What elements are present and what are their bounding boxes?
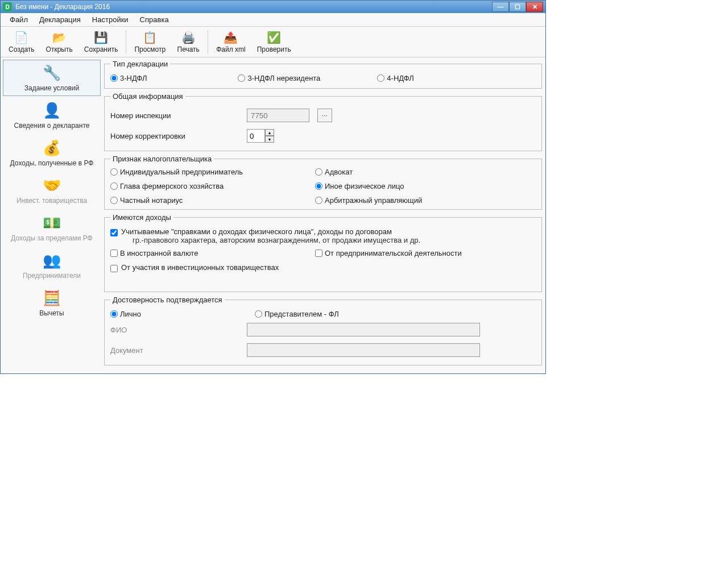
menu-help[interactable]: Справка: [135, 14, 173, 25]
sidebar-label: Доходы за пределами РФ: [11, 234, 92, 242]
invest-icon: 🤝: [43, 176, 61, 194]
radio-ip[interactable]: Индивидуальный предприниматель: [110, 168, 315, 176]
radio-other-person[interactable]: Иное физическое лицо: [315, 182, 536, 190]
fio-label: ФИО: [110, 326, 247, 334]
sidebar-label: Предприниматели: [23, 272, 81, 280]
decl-type-legend: Тип декларации: [110, 60, 170, 68]
moneybag-icon: 💵: [43, 214, 61, 232]
entrepreneur-icon: 👥: [43, 251, 61, 269]
correction-input[interactable]: [247, 129, 265, 143]
conditions-icon: 🔧: [43, 64, 61, 82]
income-types-group: Имеются доходы Учитываемые "справками о …: [104, 213, 542, 292]
toolbar-separator: [126, 31, 126, 53]
open-button[interactable]: 📂 Открыть: [40, 30, 78, 55]
chk-spravki[interactable]: [110, 229, 118, 236]
window-title: Без имени - Декларация 2016: [15, 3, 492, 11]
body-area: 🔧 Задание условий 👤 Сведения о декларант…: [1, 57, 545, 373]
correction-spinner: ▲ ▼: [247, 129, 274, 143]
menubar: Файл Декларация Настройки Справка: [1, 13, 545, 27]
sidebar-label: Доходы, полученные в РФ: [10, 159, 94, 167]
save-icon: 💾: [94, 31, 108, 44]
decl-type-group: Тип декларации 3-НДФЛ 3-НДФЛ нерезидента…: [104, 60, 542, 89]
spin-up-button[interactable]: ▲: [265, 129, 274, 136]
taxpayer-group: Признак налогоплательщика Индивидуальный…: [104, 155, 542, 210]
main-panel: Тип декларации 3-НДФЛ 3-НДФЛ нерезидента…: [103, 57, 545, 373]
radio-representative[interactable]: Представителем - ФЛ: [255, 310, 339, 318]
sidebar-item-deductions[interactable]: 🧮 Вычеты: [3, 285, 101, 321]
chk-entrepreneur[interactable]: От предпринимательской деятельности: [315, 249, 536, 257]
confirmation-group: Достоверность подтверждается Лично Предс…: [104, 296, 542, 365]
chk-spravki-label2: гр.-правового характера, авторским возна…: [121, 236, 536, 244]
sidebar-label: Задание условий: [24, 84, 79, 92]
menu-settings[interactable]: Настройки: [88, 14, 133, 25]
preview-label: Просмотр: [134, 45, 166, 53]
fio-input[interactable]: [247, 323, 480, 336]
xml-icon: 📤: [224, 31, 238, 44]
confirmation-legend: Достоверность подтверждается: [110, 296, 225, 304]
chk-foreign-currency[interactable]: В иностранной валюте: [110, 249, 315, 257]
window-controls: — ☐ ✕: [492, 2, 543, 12]
preview-icon: 📋: [143, 31, 157, 44]
check-icon: ✅: [267, 31, 281, 44]
general-legend: Общая информация: [110, 92, 185, 101]
radio-4ndfl[interactable]: 4-НДФЛ: [377, 74, 413, 82]
print-button[interactable]: 🖨️ Печать: [171, 30, 205, 55]
titlebar: D Без имени - Декларация 2016 — ☐ ✕: [1, 1, 545, 13]
radio-3ndfl[interactable]: 3-НДФЛ: [110, 74, 147, 82]
menu-file[interactable]: Файл: [5, 14, 32, 25]
radio-personally[interactable]: Лично: [110, 310, 141, 318]
minimize-button[interactable]: —: [492, 2, 509, 12]
menu-declaration[interactable]: Декларация: [35, 14, 85, 25]
sidebar-item-income-foreign[interactable]: 💵 Доходы за пределами РФ: [3, 210, 101, 246]
toolbar: 📄 Создать 📂 Открыть 💾 Сохранить 📋 Просмо…: [1, 27, 545, 57]
radio-farm[interactable]: Глава фермерского хозяйства: [110, 182, 315, 190]
chk-invest-part[interactable]: [110, 265, 118, 272]
create-button[interactable]: 📄 Создать: [3, 30, 40, 55]
deductions-icon: 🧮: [43, 289, 61, 307]
spin-down-button[interactable]: ▼: [265, 136, 274, 143]
open-label: Открыть: [46, 45, 73, 53]
close-button[interactable]: ✕: [526, 2, 543, 12]
radio-lawyer[interactable]: Адвокат: [315, 168, 536, 176]
sidebar-item-invest[interactable]: 🤝 Инвест. товарищества: [3, 172, 101, 209]
preview-button[interactable]: 📋 Просмотр: [129, 30, 171, 55]
sidebar-item-conditions[interactable]: 🔧 Задание условий: [3, 60, 101, 96]
chk-invest-label: От участия в инвестиционных товарищества…: [121, 263, 279, 272]
sidebar-item-income-rf[interactable]: 💰 Доходы, полученные в РФ: [3, 135, 101, 171]
sidebar-item-declarant[interactable]: 👤 Сведения о декларанте: [3, 97, 101, 134]
general-info-group: Общая информация Номер инспекции ⋯ Номер…: [104, 92, 542, 151]
chk-spravki-label: Учитываемые "справками о доходах физичес…: [121, 227, 536, 236]
person-icon: 👤: [43, 101, 61, 119]
inspection-label: Номер инспекции: [110, 111, 247, 120]
check-button[interactable]: ✅ Проверить: [251, 30, 297, 55]
new-file-icon: 📄: [15, 31, 28, 44]
document-input[interactable]: [247, 343, 480, 357]
open-folder-icon: 📂: [52, 31, 66, 44]
save-button[interactable]: 💾 Сохранить: [78, 30, 124, 55]
save-label: Сохранить: [84, 45, 118, 53]
radio-arbitration[interactable]: Арбитражный управляющий: [315, 196, 536, 205]
income-legend: Имеются доходы: [110, 213, 173, 222]
create-label: Создать: [9, 45, 35, 53]
filexml-button[interactable]: 📤 Файл xml: [210, 30, 251, 55]
sidebar-label: Инвест. товарищества: [16, 197, 87, 205]
sidebar: 🔧 Задание условий 👤 Сведения о декларант…: [1, 57, 103, 373]
inspection-browse-button[interactable]: ⋯: [317, 109, 332, 122]
maximize-button[interactable]: ☐: [509, 2, 526, 12]
radio-notary[interactable]: Частный нотариус: [110, 196, 315, 205]
print-label: Печать: [177, 45, 200, 53]
sidebar-label: Вычеты: [39, 309, 64, 317]
app-window: D Без имени - Декларация 2016 — ☐ ✕ Файл…: [0, 0, 546, 374]
taxpayer-legend: Признак налогоплательщика: [110, 155, 214, 163]
app-icon: D: [3, 2, 12, 11]
filexml-label: Файл xml: [216, 45, 246, 53]
radio-3ndfl-nonresident[interactable]: 3-НДФЛ нерезидента: [238, 74, 320, 82]
check-label: Проверить: [257, 45, 291, 53]
inspection-input[interactable]: [247, 109, 309, 122]
coins-icon: 💰: [43, 139, 61, 157]
print-icon: 🖨️: [181, 31, 195, 44]
sidebar-label: Сведения о декларанте: [14, 122, 90, 130]
correction-label: Номер корректировки: [110, 132, 247, 140]
document-label: Документ: [110, 346, 247, 355]
sidebar-item-entrepreneur[interactable]: 👥 Предприниматели: [3, 247, 101, 284]
